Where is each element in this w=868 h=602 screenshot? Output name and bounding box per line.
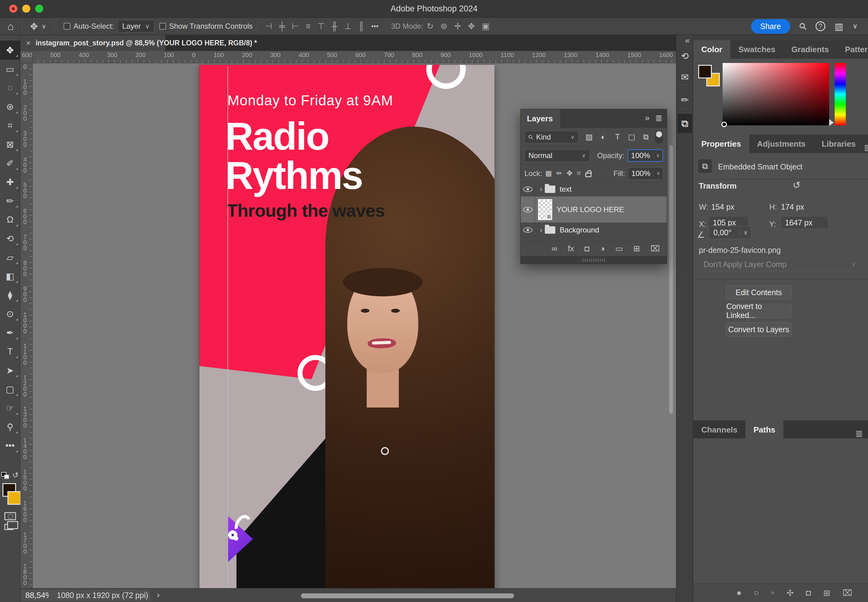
toolbar-grip[interactable] — [0, 35, 20, 41]
saturation-field[interactable] — [722, 63, 829, 125]
layer-thumbnail[interactable]: ⧉ — [538, 199, 552, 220]
align-bottom-edges-icon[interactable]: ⊥ — [341, 21, 355, 31]
3d-roll-icon[interactable]: ⊚ — [437, 21, 451, 31]
type-tool[interactable]: T — [0, 342, 20, 361]
panel-menu-icon[interactable]: ≣ — [855, 428, 868, 439]
layer-row-background[interactable]: › Background — [521, 223, 667, 237]
object-selection-tool[interactable]: ⊛ — [0, 97, 20, 116]
link-layers-icon[interactable]: ∞ — [552, 244, 557, 253]
align-right-edges-icon[interactable]: ⊢ — [288, 21, 302, 31]
fill-path-icon[interactable]: ● — [736, 588, 741, 598]
help-icon[interactable]: ? — [816, 21, 825, 31]
quick-mask-button[interactable] — [4, 512, 16, 520]
expand-panels-icon[interactable]: « — [685, 36, 690, 45]
adjustment-layer-icon[interactable]: ◑ — [600, 244, 605, 253]
selection-from-path-icon[interactable]: ▫ — [771, 588, 774, 598]
workspace-chevron-icon[interactable]: ∨ — [853, 22, 857, 30]
panel-menu-icon[interactable]: ≣ — [655, 113, 663, 123]
blend-mode-dropdown[interactable]: Normal ∨ — [524, 149, 590, 162]
healing-brush-tool[interactable]: ✚ — [0, 173, 20, 191]
tab-layers[interactable]: Layers — [521, 109, 560, 128]
tab-adjustments[interactable]: Adjustments — [749, 135, 814, 153]
edit-toolbar[interactable]: ••• — [0, 436, 20, 455]
lock-pixels-icon[interactable]: ✏ — [556, 169, 562, 178]
delete-path-icon[interactable]: ⌧ — [843, 588, 852, 598]
brushes-panel-icon[interactable]: ✏ — [676, 94, 693, 105]
3d-orbit-icon[interactable]: ↻ — [423, 21, 437, 31]
convert-to-linked-button[interactable]: Convert to Linked... — [726, 304, 791, 318]
screen-mode-button[interactable] — [4, 524, 14, 530]
layers-panel-scrollbar[interactable] — [521, 256, 667, 264]
chevron-down-icon[interactable]: ∨ — [653, 152, 663, 159]
hue-slider[interactable] — [835, 63, 846, 125]
vertical-scrollbar[interactable] — [669, 145, 673, 414]
filter-smart-objects-icon[interactable]: ⧉ — [640, 132, 651, 142]
path-operations-icon[interactable]: ✣ — [787, 588, 794, 598]
opacity-field[interactable]: 100% ∨ — [627, 149, 663, 162]
home-icon[interactable]: ⌂ — [4, 20, 18, 32]
tab-properties[interactable]: Properties — [693, 135, 749, 153]
background-color-swatch[interactable] — [8, 491, 21, 505]
visibility-cell[interactable] — [521, 197, 535, 223]
distribute-icon[interactable]: ≡ — [302, 22, 314, 31]
default-colors-icon[interactable] — [1, 472, 11, 480]
mask-from-path-icon[interactable]: ◘ — [806, 588, 811, 598]
layer-comp-dropdown[interactable]: Don't Apply Layer Comp ∨ — [698, 258, 861, 271]
filter-adjustment-layers-icon[interactable]: ◐ — [598, 132, 609, 142]
fill-field[interactable]: 100% ∨ — [628, 167, 663, 180]
filter-kind-dropdown[interactable]: ⚲ Kind ∨ — [524, 131, 578, 143]
tab-gradients[interactable]: Gradients — [784, 40, 837, 59]
show-transform-checkbox[interactable] — [159, 23, 166, 30]
move-tool-icon[interactable]: ✥ — [26, 21, 42, 32]
crop-tool[interactable]: ⌗ — [0, 116, 20, 135]
lock-position-icon[interactable]: ✥ — [566, 169, 572, 178]
edit-contents-button[interactable]: Edit Contents — [726, 285, 791, 299]
document-tab[interactable]: × instagram_post_story.psd @ 88,5% (YOUR… — [20, 35, 166, 51]
layer-row-logo[interactable]: ⧉ YOUR LOGO HERE — [521, 197, 667, 223]
eraser-tool[interactable]: ▱ — [0, 248, 20, 267]
collapse-panel-icon[interactable]: » — [645, 113, 650, 123]
lock-artboard-icon[interactable]: ⌗ — [577, 169, 581, 178]
color-marker[interactable] — [721, 121, 727, 127]
frame-tool[interactable]: ⊠ — [0, 135, 20, 154]
brush-tool[interactable]: ✏ — [0, 191, 20, 210]
workspace-icon[interactable]: ▥ — [835, 21, 843, 32]
blur-tool[interactable]: ⧫ — [0, 286, 20, 304]
pen-tool[interactable]: ✒ — [0, 323, 20, 342]
delete-layer-icon[interactable]: ⌧ — [651, 244, 660, 253]
chevron-down-icon[interactable]: ∨ — [653, 170, 663, 177]
tab-patterns[interactable]: Patterns — [837, 40, 868, 59]
chevron-down-icon[interactable]: ∨ — [740, 229, 751, 236]
hue-slider-handle[interactable] — [829, 119, 834, 126]
tool-preset-chevron-icon[interactable]: ∨ — [42, 23, 50, 30]
expand-group-icon[interactable]: › — [540, 226, 542, 234]
3d-pan-icon[interactable]: ✛ — [451, 21, 465, 31]
history-panel-icon[interactable]: ⟲ — [676, 51, 693, 61]
path-selection-tool[interactable]: ➤ — [0, 361, 20, 380]
share-button[interactable]: Share — [751, 19, 790, 34]
layer-effects-icon[interactable]: fx — [568, 244, 574, 253]
tab-channels[interactable]: Channels — [693, 421, 745, 439]
lasso-tool[interactable]: ◌ — [0, 78, 20, 97]
filter-shape-layers-icon[interactable]: ▢ — [626, 132, 637, 142]
expand-group-icon[interactable]: › — [540, 185, 542, 194]
close-tab-icon[interactable]: × — [26, 38, 31, 48]
layers-panel-icon[interactable]: ⧉ — [678, 114, 692, 133]
visibility-cell[interactable] — [521, 182, 535, 196]
new-group-icon[interactable]: ▭ — [615, 244, 623, 253]
y-input[interactable]: 1647 px — [781, 216, 828, 229]
add-layer-mask-icon[interactable]: ◘ — [584, 244, 590, 253]
gradient-tool[interactable]: ◧ — [0, 267, 20, 286]
move-tool[interactable]: ✥ — [0, 41, 20, 60]
convert-to-layers-button[interactable]: Convert to Layers — [726, 322, 791, 336]
clone-stamp-tool[interactable]: Ω — [0, 210, 20, 229]
tab-paths[interactable]: Paths — [745, 421, 784, 439]
lock-transparency-icon[interactable]: ▦ — [545, 169, 552, 178]
search-icon[interactable]: ⚲ — [796, 20, 809, 32]
visibility-cell[interactable] — [521, 223, 535, 237]
lock-all-icon[interactable] — [585, 173, 592, 177]
zoom-tool[interactable]: ⚲ — [0, 418, 20, 436]
rectangle-tool[interactable]: ▢ — [0, 380, 20, 399]
3d-camera-icon[interactable]: ▣ — [478, 21, 493, 31]
align-vertical-centers-icon[interactable]: ╫ — [328, 22, 341, 31]
